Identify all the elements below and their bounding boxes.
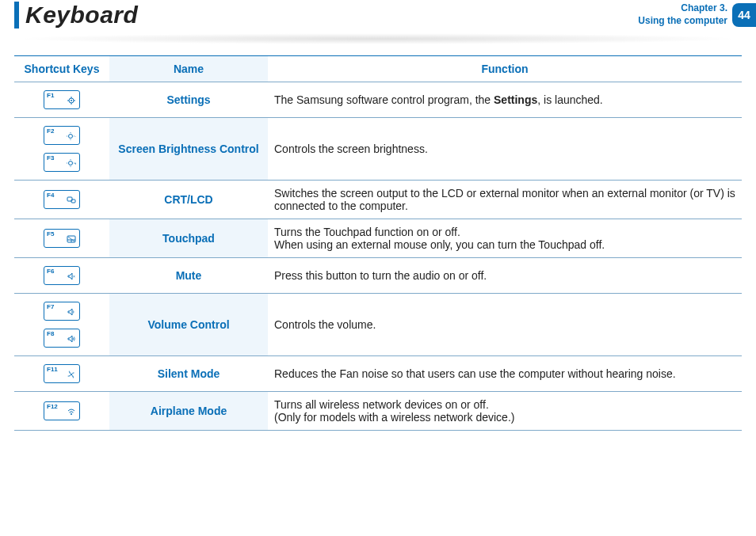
wifi-icon: [67, 407, 76, 418]
key-label: F11: [47, 366, 58, 373]
vol-up-icon: [67, 334, 76, 345]
name-cell: Mute: [109, 258, 268, 294]
name-cell: Screen Brightness Control: [109, 118, 268, 181]
name-cell: Settings: [109, 82, 268, 118]
fan-icon: [67, 370, 76, 381]
keys-cell: F1: [14, 82, 109, 118]
key-f6: F6: [44, 266, 80, 285]
key-label: F7: [47, 303, 54, 310]
function-cell: Reduces the Fan noise so that users can …: [268, 356, 742, 392]
key-f8: F8: [44, 329, 80, 348]
name-cell: Silent Mode: [109, 356, 268, 392]
function-cell: Controls the screen brightness.: [268, 118, 742, 181]
table-row: F6MutePress this button to turn the audi…: [14, 258, 742, 294]
header-shortcut-keys: Shortcut Keys: [14, 56, 109, 82]
header-name: Name: [109, 56, 268, 82]
table-header-row: Shortcut Keys Name Function: [14, 56, 742, 82]
key-label: F3: [47, 154, 54, 162]
key-f11: F11: [44, 364, 80, 383]
table-row: F4CRT/LCDSwitches the screen output to t…: [14, 181, 742, 219]
name-cell: Volume Control: [109, 294, 268, 356]
table-row: F11Silent ModeReduces the Fan noise so t…: [14, 356, 742, 392]
table-row: F1SettingsThe Samsung software control p…: [14, 82, 742, 118]
key-f1: F1: [44, 90, 80, 109]
keys-cell: F6: [14, 258, 109, 294]
keys-cell: F11: [14, 356, 109, 392]
table-row: F7F8Volume ControlControls the volume.: [14, 294, 742, 356]
function-cell: Press this button to turn the audio on o…: [268, 258, 742, 294]
gear-icon: [67, 96, 76, 107]
keys-cell: F12: [14, 392, 109, 431]
key-label: F4: [47, 192, 54, 199]
display-icon: [67, 196, 76, 207]
key-label: F6: [47, 268, 54, 275]
key-f12: F12: [44, 401, 80, 420]
page-number-badge: 44: [732, 3, 756, 27]
touchpad-icon: [67, 234, 76, 245]
table-row: F12Airplane ModeTurns all wireless netwo…: [14, 392, 742, 431]
function-cell: Switches the screen output to the LCD or…: [268, 181, 742, 219]
key-f3: F3: [44, 153, 80, 172]
header-right: Chapter 3. Using the computer 44: [638, 2, 756, 27]
function-cell: Turns the Touchpad function on or off.Wh…: [268, 219, 742, 258]
function-cell: Turns all wireless network devices on or…: [268, 392, 742, 431]
key-label: F2: [47, 127, 54, 135]
function-cell: Controls the volume.: [268, 294, 742, 356]
bright-down-icon: [67, 131, 76, 143]
keys-cell: F7F8: [14, 294, 109, 356]
keys-cell: F5: [14, 219, 109, 258]
header-function: Function: [268, 56, 742, 82]
name-cell: CRT/LCD: [109, 181, 268, 219]
key-f2: F2: [44, 126, 80, 145]
function-cell: The Samsung software control program, th…: [268, 82, 742, 118]
bright-up-icon: [67, 158, 76, 169]
key-label: F8: [47, 330, 54, 337]
header-shadow: [14, 33, 742, 44]
key-f5: F5: [44, 229, 80, 248]
page-title: Keyboard: [14, 2, 138, 29]
table-row: F5TouchpadTurns the Touchpad function on…: [14, 219, 742, 258]
shortcut-table: Shortcut Keys Name Function F1SettingsTh…: [14, 55, 742, 431]
chapter-label: Chapter 3. Using the computer: [638, 2, 727, 27]
name-cell: Touchpad: [109, 219, 268, 258]
key-f4: F4: [44, 190, 80, 209]
keys-cell: F4: [14, 181, 109, 219]
page-header: Keyboard Chapter 3. Using the computer 4…: [0, 0, 756, 29]
key-label: F12: [47, 403, 58, 410]
key-label: F1: [47, 92, 54, 99]
mute-icon: [67, 272, 76, 283]
vol-down-icon: [67, 307, 76, 318]
keys-cell: F2F3: [14, 118, 109, 181]
key-f7: F7: [44, 302, 80, 321]
name-cell: Airplane Mode: [109, 392, 268, 431]
key-label: F5: [47, 230, 54, 238]
table-row: F2F3Screen Brightness ControlControls th…: [14, 118, 742, 181]
